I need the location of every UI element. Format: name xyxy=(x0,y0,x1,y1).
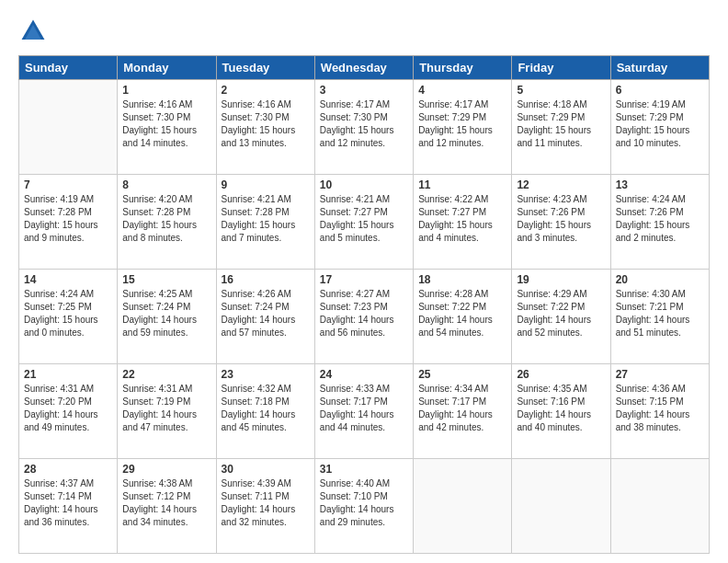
cell-details: Sunrise: 4:34 AMSunset: 7:17 PMDaylight:… xyxy=(418,383,506,434)
table-row: 16Sunrise: 4:26 AMSunset: 7:24 PMDayligh… xyxy=(216,270,314,364)
table-row: 7Sunrise: 4:19 AMSunset: 7:28 PMDaylight… xyxy=(19,175,118,270)
day-number: 27 xyxy=(616,368,704,381)
header xyxy=(18,17,710,46)
cell-details: Sunrise: 4:37 AMSunset: 7:14 PMDaylight:… xyxy=(24,477,112,529)
cell-details: Sunrise: 4:17 AMSunset: 7:29 PMDaylight:… xyxy=(418,98,506,150)
calendar-header-row: Sunday Monday Tuesday Wednesday Thursday… xyxy=(19,56,710,80)
table-row: 20Sunrise: 4:30 AMSunset: 7:21 PMDayligh… xyxy=(610,270,709,364)
day-number: 11 xyxy=(418,178,506,191)
table-row: 11Sunrise: 4:22 AMSunset: 7:27 PMDayligh… xyxy=(414,175,512,270)
logo-icon xyxy=(18,17,48,46)
cell-details: Sunrise: 4:29 AMSunset: 7:22 PMDaylight:… xyxy=(517,288,605,339)
cell-details: Sunrise: 4:16 AMSunset: 7:30 PMDaylight:… xyxy=(222,98,310,150)
col-monday: Monday xyxy=(118,56,216,80)
day-number: 29 xyxy=(122,463,210,476)
cell-details: Sunrise: 4:19 AMSunset: 7:29 PMDaylight:… xyxy=(616,98,704,150)
day-number: 23 xyxy=(222,368,310,381)
cell-details: Sunrise: 4:20 AMSunset: 7:28 PMDaylight:… xyxy=(122,193,210,245)
day-number: 9 xyxy=(222,178,310,191)
table-row: 8Sunrise: 4:20 AMSunset: 7:28 PMDaylight… xyxy=(118,175,216,270)
day-number: 18 xyxy=(418,273,506,286)
day-number: 22 xyxy=(122,368,210,381)
calendar-week-row: 7Sunrise: 4:19 AMSunset: 7:28 PMDaylight… xyxy=(19,175,710,270)
cell-details: Sunrise: 4:24 AMSunset: 7:26 PMDaylight:… xyxy=(616,193,704,245)
cell-details: Sunrise: 4:25 AMSunset: 7:24 PMDaylight:… xyxy=(122,288,210,339)
day-number: 19 xyxy=(517,273,605,286)
cell-details: Sunrise: 4:30 AMSunset: 7:21 PMDaylight:… xyxy=(616,288,704,339)
col-friday: Friday xyxy=(512,56,610,80)
table-row: 24Sunrise: 4:33 AMSunset: 7:17 PMDayligh… xyxy=(314,364,413,459)
cell-details: Sunrise: 4:31 AMSunset: 7:19 PMDaylight:… xyxy=(122,383,210,434)
cell-details: Sunrise: 4:24 AMSunset: 7:25 PMDaylight:… xyxy=(24,288,112,339)
cell-details: Sunrise: 4:16 AMSunset: 7:30 PMDaylight:… xyxy=(122,98,210,150)
day-number: 17 xyxy=(320,273,408,286)
table-row: 31Sunrise: 4:40 AMSunset: 7:10 PMDayligh… xyxy=(314,459,413,554)
table-row: 10Sunrise: 4:21 AMSunset: 7:27 PMDayligh… xyxy=(314,175,413,270)
table-row: 30Sunrise: 4:39 AMSunset: 7:11 PMDayligh… xyxy=(216,459,314,554)
table-row: 25Sunrise: 4:34 AMSunset: 7:17 PMDayligh… xyxy=(414,364,512,459)
day-number: 10 xyxy=(320,178,408,191)
cell-details: Sunrise: 4:21 AMSunset: 7:27 PMDaylight:… xyxy=(320,193,408,245)
table-row: 3Sunrise: 4:17 AMSunset: 7:30 PMDaylight… xyxy=(314,80,413,175)
cell-details: Sunrise: 4:27 AMSunset: 7:23 PMDaylight:… xyxy=(320,288,408,339)
day-number: 25 xyxy=(418,368,506,381)
day-number: 4 xyxy=(418,84,506,97)
cell-details: Sunrise: 4:28 AMSunset: 7:22 PMDaylight:… xyxy=(418,288,506,339)
table-row: 4Sunrise: 4:17 AMSunset: 7:29 PMDaylight… xyxy=(414,80,512,175)
day-number: 2 xyxy=(222,84,310,97)
table-row: 14Sunrise: 4:24 AMSunset: 7:25 PMDayligh… xyxy=(19,270,118,364)
day-number: 31 xyxy=(320,463,408,476)
day-number: 8 xyxy=(122,178,210,191)
day-number: 21 xyxy=(24,368,112,381)
day-number: 28 xyxy=(24,463,112,476)
table-row: 17Sunrise: 4:27 AMSunset: 7:23 PMDayligh… xyxy=(314,270,413,364)
calendar-week-row: 14Sunrise: 4:24 AMSunset: 7:25 PMDayligh… xyxy=(19,270,710,364)
table-row: 9Sunrise: 4:21 AMSunset: 7:28 PMDaylight… xyxy=(216,175,314,270)
table-row: 28Sunrise: 4:37 AMSunset: 7:14 PMDayligh… xyxy=(19,459,118,554)
cell-details: Sunrise: 4:40 AMSunset: 7:10 PMDaylight:… xyxy=(320,477,408,529)
day-number: 13 xyxy=(616,178,704,191)
table-row: 15Sunrise: 4:25 AMSunset: 7:24 PMDayligh… xyxy=(118,270,216,364)
col-thursday: Thursday xyxy=(414,56,512,80)
cell-details: Sunrise: 4:32 AMSunset: 7:18 PMDaylight:… xyxy=(222,383,310,434)
calendar-week-row: 1Sunrise: 4:16 AMSunset: 7:30 PMDaylight… xyxy=(19,80,710,175)
cell-details: Sunrise: 4:36 AMSunset: 7:15 PMDaylight:… xyxy=(616,383,704,434)
table-row: 2Sunrise: 4:16 AMSunset: 7:30 PMDaylight… xyxy=(216,80,314,175)
table-row: 21Sunrise: 4:31 AMSunset: 7:20 PMDayligh… xyxy=(19,364,118,459)
cell-details: Sunrise: 4:21 AMSunset: 7:28 PMDaylight:… xyxy=(222,193,310,245)
day-number: 26 xyxy=(517,368,605,381)
day-number: 24 xyxy=(320,368,408,381)
day-number: 15 xyxy=(122,273,210,286)
day-number: 16 xyxy=(222,273,310,286)
table-row: 26Sunrise: 4:35 AMSunset: 7:16 PMDayligh… xyxy=(512,364,610,459)
logo xyxy=(18,17,51,46)
table-row: 27Sunrise: 4:36 AMSunset: 7:15 PMDayligh… xyxy=(610,364,709,459)
cell-details: Sunrise: 4:35 AMSunset: 7:16 PMDaylight:… xyxy=(517,383,605,434)
day-number: 30 xyxy=(222,463,310,476)
table-row: 19Sunrise: 4:29 AMSunset: 7:22 PMDayligh… xyxy=(512,270,610,364)
col-sunday: Sunday xyxy=(19,56,118,80)
table-row: 18Sunrise: 4:28 AMSunset: 7:22 PMDayligh… xyxy=(414,270,512,364)
table-row xyxy=(414,459,512,554)
table-row: 29Sunrise: 4:38 AMSunset: 7:12 PMDayligh… xyxy=(118,459,216,554)
day-number: 5 xyxy=(517,84,605,97)
calendar-table: Sunday Monday Tuesday Wednesday Thursday… xyxy=(18,55,710,554)
cell-details: Sunrise: 4:19 AMSunset: 7:28 PMDaylight:… xyxy=(24,193,112,245)
col-wednesday: Wednesday xyxy=(314,56,413,80)
col-tuesday: Tuesday xyxy=(216,56,314,80)
table-row: 5Sunrise: 4:18 AMSunset: 7:29 PMDaylight… xyxy=(512,80,610,175)
table-row xyxy=(19,80,118,175)
day-number: 20 xyxy=(616,273,704,286)
day-number: 14 xyxy=(24,273,112,286)
day-number: 6 xyxy=(616,84,704,97)
cell-details: Sunrise: 4:33 AMSunset: 7:17 PMDaylight:… xyxy=(320,383,408,434)
table-row: 6Sunrise: 4:19 AMSunset: 7:29 PMDaylight… xyxy=(610,80,709,175)
cell-details: Sunrise: 4:22 AMSunset: 7:27 PMDaylight:… xyxy=(418,193,506,245)
col-saturday: Saturday xyxy=(610,56,709,80)
calendar-week-row: 28Sunrise: 4:37 AMSunset: 7:14 PMDayligh… xyxy=(19,459,710,554)
day-number: 3 xyxy=(320,84,408,97)
table-row xyxy=(512,459,610,554)
table-row xyxy=(610,459,709,554)
cell-details: Sunrise: 4:26 AMSunset: 7:24 PMDaylight:… xyxy=(222,288,310,339)
day-number: 7 xyxy=(24,178,112,191)
